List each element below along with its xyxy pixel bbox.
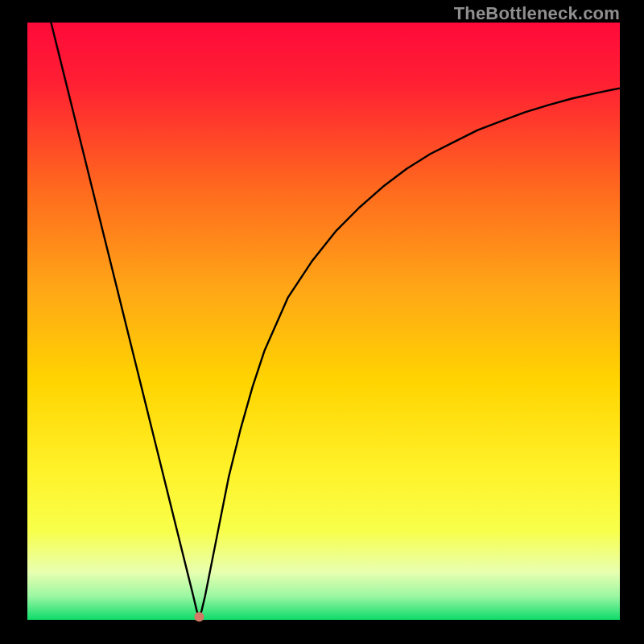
- optimal-point-marker: [194, 612, 204, 621]
- bottleneck-chart: [0, 0, 644, 644]
- plot-background: [27, 23, 620, 620]
- chart-frame: { "watermark": "TheBottleneck.com", "cha…: [0, 0, 644, 644]
- watermark-text: TheBottleneck.com: [454, 3, 620, 24]
